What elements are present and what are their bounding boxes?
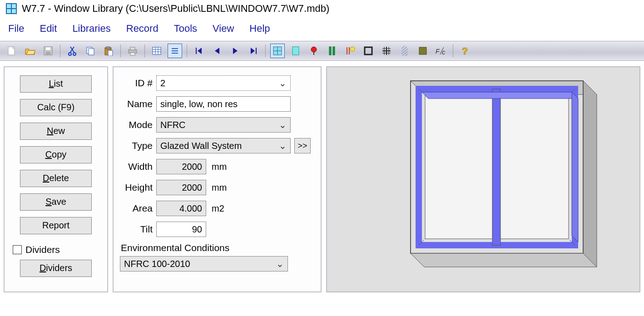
copy-button[interactable]: Copy xyxy=(20,146,92,163)
toolbar-separator xyxy=(187,44,187,57)
svg-point-37 xyxy=(311,47,317,52)
svg-text:F: F xyxy=(436,48,440,55)
grid-view-icon[interactable] xyxy=(149,44,164,58)
delete-button[interactable]: Delete xyxy=(20,170,92,187)
glass-library-icon[interactable] xyxy=(325,44,339,58)
toolbar-separator xyxy=(453,44,453,57)
svg-rect-15 xyxy=(108,50,113,56)
divider-library-icon[interactable] xyxy=(379,44,394,58)
copy-icon[interactable] xyxy=(83,44,98,58)
chevron-down-icon: ⌄ xyxy=(278,119,287,130)
new-button[interactable]: New xyxy=(20,123,92,140)
svg-rect-12 xyxy=(89,49,94,55)
prev-record-icon[interactable] xyxy=(210,44,224,58)
name-input[interactable]: single, low, non res xyxy=(156,96,291,112)
svg-marker-76 xyxy=(422,92,578,99)
svg-rect-39 xyxy=(329,47,331,55)
new-file-icon[interactable] xyxy=(5,44,19,58)
width-label: Width xyxy=(120,161,153,172)
temperature-icon[interactable]: Fc xyxy=(434,44,448,58)
menu-libraries[interactable]: Libraries xyxy=(72,23,110,35)
env-conditions-label: Environmental Conditions xyxy=(121,242,314,253)
shading-layer-icon[interactable] xyxy=(343,44,357,58)
svg-rect-38 xyxy=(313,52,314,55)
window-titlebar: W7.7 - Window Library (C:\Users\Public\L… xyxy=(0,0,644,17)
paste-icon[interactable] xyxy=(101,44,116,58)
area-label: Area xyxy=(120,203,153,214)
mode-label: Mode xyxy=(120,119,153,130)
toolbar-separator xyxy=(144,44,145,57)
height-input[interactable]: 2000 xyxy=(156,180,206,195)
next-record-icon[interactable] xyxy=(228,44,243,58)
svg-text:c: c xyxy=(442,49,445,55)
window-title: W7.7 - Window Library (C:\Users\Public\L… xyxy=(22,3,329,15)
svg-rect-18 xyxy=(130,53,135,55)
svg-line-52 xyxy=(401,47,407,51)
type-more-button[interactable]: >> xyxy=(294,138,311,153)
svg-marker-29 xyxy=(215,48,219,54)
width-input[interactable]: 2000 xyxy=(156,159,206,174)
content-area: List Calc (F9) New Copy Delete Save Repo… xyxy=(0,61,644,298)
env-conditions-combo[interactable]: NFRC 100-2010 ⌄ xyxy=(120,256,288,272)
cut-icon[interactable] xyxy=(65,44,79,58)
toolbar-separator xyxy=(60,44,60,57)
app-icon xyxy=(5,3,17,15)
chevron-down-icon: ⌄ xyxy=(278,140,287,151)
report-button[interactable]: Report xyxy=(20,217,92,234)
environmental-conditions-icon[interactable] xyxy=(416,44,430,58)
menu-view[interactable]: View xyxy=(213,23,234,35)
svg-marker-28 xyxy=(198,48,202,54)
mode-combo[interactable]: NFRC ⌄ xyxy=(156,117,291,133)
save-button[interactable]: Save xyxy=(20,193,92,211)
toolbar-separator xyxy=(265,44,266,57)
gas-library-icon[interactable] xyxy=(307,44,321,58)
menu-tools[interactable]: Tools xyxy=(174,23,197,35)
action-panel: List Calc (F9) New Copy Delete Save Repo… xyxy=(4,66,108,292)
open-folder-icon[interactable] xyxy=(23,44,37,58)
dividers-checkbox-row[interactable]: Dividers xyxy=(13,244,101,255)
id-combo[interactable]: 2 ⌄ xyxy=(156,75,291,91)
detail-view-icon[interactable] xyxy=(168,44,182,58)
first-record-icon[interactable] xyxy=(192,44,206,58)
svg-rect-36 xyxy=(292,47,299,55)
list-button[interactable]: List xyxy=(20,75,92,93)
type-combo[interactable]: Glazed Wall System ⌄ xyxy=(156,138,291,153)
help-icon[interactable]: ? xyxy=(458,44,472,58)
calc-button[interactable]: Calc (F9) xyxy=(20,99,92,116)
dividers-button[interactable]: Dividers xyxy=(20,260,92,277)
glazing-system-icon[interactable] xyxy=(288,44,303,58)
toolbar: Fc ? xyxy=(0,41,644,61)
menu-file[interactable]: File xyxy=(8,23,24,35)
tilt-input[interactable]: 90 xyxy=(156,222,206,237)
svg-marker-31 xyxy=(251,48,255,54)
window-preview xyxy=(326,66,640,292)
hatch-icon[interactable] xyxy=(397,44,412,58)
height-label: Height xyxy=(120,182,153,193)
menu-help[interactable]: Help xyxy=(249,23,270,35)
area-input[interactable]: 4.000 xyxy=(156,201,206,216)
save-icon[interactable] xyxy=(41,44,55,58)
print-icon[interactable] xyxy=(125,44,140,58)
svg-rect-17 xyxy=(130,47,135,50)
last-record-icon[interactable] xyxy=(246,44,261,58)
window-library-icon[interactable] xyxy=(270,44,285,58)
svg-rect-56 xyxy=(419,47,426,54)
svg-point-9 xyxy=(69,53,71,55)
svg-line-51 xyxy=(401,46,405,49)
dividers-checkbox[interactable] xyxy=(13,245,22,254)
menu-record[interactable]: Record xyxy=(126,23,159,35)
chevron-down-icon: ⌄ xyxy=(276,258,284,269)
chevron-down-icon: ⌄ xyxy=(278,78,287,89)
svg-marker-77 xyxy=(572,92,578,242)
menubar: File Edit Libraries Record Tools View He… xyxy=(0,17,644,41)
svg-rect-44 xyxy=(365,47,372,54)
menu-edit[interactable]: Edit xyxy=(40,23,57,35)
svg-rect-68 xyxy=(425,95,492,239)
svg-rect-14 xyxy=(106,47,110,49)
height-unit: mm xyxy=(212,183,227,193)
svg-rect-6 xyxy=(46,52,50,54)
svg-line-54 xyxy=(402,51,408,56)
frame-library-icon[interactable] xyxy=(361,44,376,58)
name-label: Name xyxy=(120,99,153,109)
svg-rect-69 xyxy=(500,95,569,239)
